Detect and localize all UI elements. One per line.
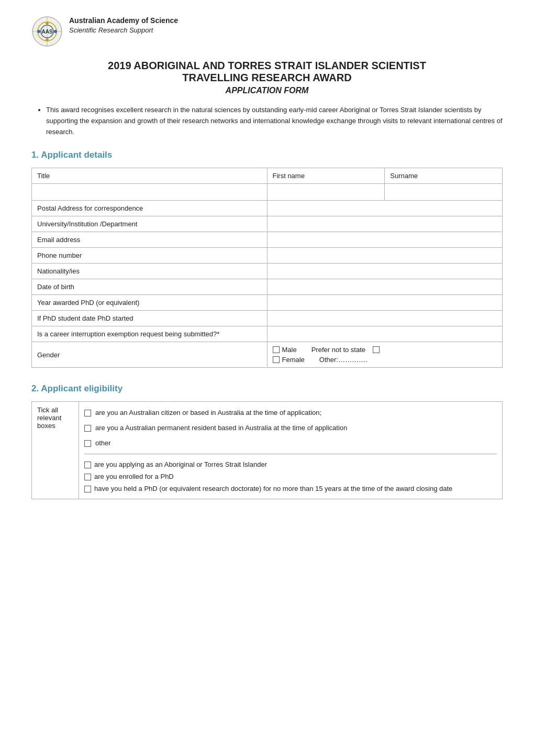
uni-value[interactable] <box>267 216 503 232</box>
prefer-not-option: Prefer not to state <box>312 346 380 354</box>
female-label: Female <box>282 356 305 364</box>
table-header-row: Title First name Surname <box>32 168 503 184</box>
nationality-label: Nationality/ies <box>32 264 268 279</box>
elig-checkbox-1[interactable] <box>84 410 91 417</box>
postal-value[interactable] <box>267 201 503 216</box>
phd-year-label: Year awarded PhD (or equivalent) <box>32 295 268 311</box>
title-line2: TRAVELLING RESEARCH AWARD <box>31 72 503 84</box>
email-label: Email address <box>32 232 268 248</box>
gender-options-cell: Male Prefer not to state Female Other:……… <box>267 342 503 368</box>
elig-text-2: are you a Australian permanent resident … <box>95 424 347 432</box>
elig-text-1: are you an Australian citizen or based i… <box>95 409 321 417</box>
table-row: Year awarded PhD (or equivalent) <box>32 295 503 311</box>
intro-block: This award recognises excellent research… <box>31 105 503 137</box>
postal-label: Postal Address for correspondence <box>32 201 268 216</box>
table-row: Date of birth <box>32 279 503 295</box>
elig-item-3: other <box>84 436 497 450</box>
gender-row: Gender Male Prefer not to state <box>32 342 503 368</box>
phone-label: Phone number <box>32 248 268 264</box>
elig-standalone-checkbox-1[interactable] <box>84 462 91 468</box>
male-label: Male <box>282 346 297 354</box>
nationality-value[interactable] <box>267 264 503 279</box>
title-value-cell[interactable] <box>32 184 268 201</box>
phd-student-label: If PhD student date PhD started <box>32 311 268 326</box>
prefer-not-checkbox[interactable] <box>373 346 380 353</box>
tick-label-cell: Tick all relevant boxes <box>32 402 79 499</box>
intro-text: This award recognises excellent research… <box>46 105 503 137</box>
firstname-value-cell[interactable] <box>267 184 385 201</box>
gender-row-bottom: Female Other:…………. <box>273 356 497 364</box>
table-row: Postal Address for correspondence <box>32 201 503 216</box>
org-sub: Scientific Research Support <box>69 26 178 34</box>
org-name: Australian Academy of Science <box>69 16 178 26</box>
phone-value[interactable] <box>267 248 503 264</box>
table-row: Phone number <box>32 248 503 264</box>
phd-student-value[interactable] <box>267 311 503 326</box>
female-option: Female <box>273 356 305 364</box>
gender-options: Male Prefer not to state Female Other:……… <box>273 346 497 364</box>
elig-standalone-checkbox-2[interactable] <box>84 474 91 480</box>
eligibility-content-cell: are you an Australian citizen or based i… <box>79 402 503 499</box>
col-firstname-header: First name <box>267 168 385 184</box>
uni-label: University/Institution /Department <box>32 216 268 232</box>
male-option: Male <box>273 346 297 354</box>
prefer-not-label: Prefer not to state <box>312 346 365 354</box>
email-value[interactable] <box>267 232 503 248</box>
elig-standalone-3: have you held a PhD (or equivalent resea… <box>84 483 497 495</box>
elig-item-2: are you a Australian permanent resident … <box>84 421 497 434</box>
org-info: Australian Academy of Science Scientific… <box>69 16 178 34</box>
gender-row-top: Male Prefer not to state <box>273 346 497 354</box>
dob-label: Date of birth <box>32 279 268 295</box>
table-row: University/Institution /Department <box>32 216 503 232</box>
table-row: Email address <box>32 232 503 248</box>
gender-label: Gender <box>32 342 268 368</box>
applicant-details-table: Title First name Surname Postal Address … <box>31 168 503 368</box>
elig-standalone-2: are you enrolled for a PhD <box>84 470 497 483</box>
tick-all-label: Tick all relevant boxes <box>37 406 61 430</box>
section2-heading: 2. Applicant eligibility <box>31 384 503 394</box>
elig-item-1: are you an Australian citizen or based i… <box>84 406 497 419</box>
eligibility-row: Tick all relevant boxes are you an Austr… <box>32 402 503 499</box>
logo: AAS <box>31 16 63 47</box>
table-row: If PhD student date PhD started <box>32 311 503 326</box>
page-title-block: 2019 ABORIGINAL AND TORRES STRAIT ISLAND… <box>31 60 503 95</box>
elig-standalone-text-1: are you applying as an Aboriginal or Tor… <box>94 461 267 468</box>
elig-standalone-text-2: are you enrolled for a PhD <box>94 473 174 480</box>
eligibility-table: Tick all relevant boxes are you an Austr… <box>31 401 503 499</box>
elig-standalone-checkbox-3[interactable] <box>84 486 91 492</box>
table-row: Nationality/ies <box>32 264 503 279</box>
elig-checkbox-2[interactable] <box>84 425 91 432</box>
female-checkbox[interactable] <box>273 356 280 363</box>
section1: 1. Applicant details Title First name Su… <box>31 150 503 368</box>
col-title-header: Title <box>32 168 268 184</box>
section2: 2. Applicant eligibility Tick all releva… <box>31 384 503 499</box>
table-row-name <box>32 184 503 201</box>
phd-year-value[interactable] <box>267 295 503 311</box>
table-row: Is a career interruption exemption reque… <box>32 326 503 342</box>
elig-standalone-1: are you applying as an Aboriginal or Tor… <box>84 458 497 470</box>
elig-checkbox-3[interactable] <box>84 440 91 447</box>
surname-value-cell[interactable] <box>385 184 503 201</box>
exemption-label: Is a career interruption exemption reque… <box>32 326 268 342</box>
col-surname-header: Surname <box>385 168 503 184</box>
title-line1: 2019 ABORIGINAL AND TORRES STRAIT ISLAND… <box>31 60 503 72</box>
male-checkbox[interactable] <box>273 346 280 353</box>
elig-text-3: other <box>95 439 111 447</box>
svg-text:AAS: AAS <box>41 29 52 35</box>
dob-value[interactable] <box>267 279 503 295</box>
elig-standalone-text-3: have you held a PhD (or equivalent resea… <box>94 485 452 492</box>
title-line3: APPLICATION FORM <box>31 86 503 95</box>
page-header: AAS Australian Academy of Science Scient… <box>31 16 503 47</box>
section1-heading: 1. Applicant details <box>31 150 503 160</box>
exemption-value[interactable] <box>267 326 503 342</box>
other-label: Other:…………. <box>319 356 368 364</box>
